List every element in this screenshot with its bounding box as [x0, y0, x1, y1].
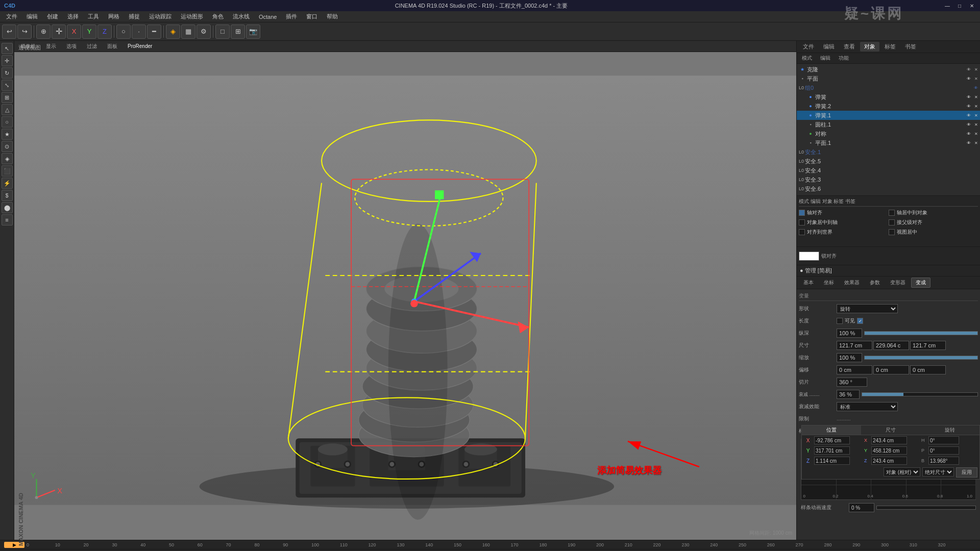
obj-tab-func[interactable]: 功能	[836, 54, 852, 62]
pos-relative-select[interactable]: 对象 (相对)	[884, 467, 920, 477]
attr-tab-effector[interactable]: 效果器	[840, 278, 864, 288]
snap-checkbox-3[interactable]	[799, 219, 805, 226]
scale-slider[interactable]	[864, 356, 978, 360]
color-swatch[interactable]	[799, 252, 819, 261]
minimize-button[interactable]: —	[943, 2, 951, 10]
rot-p-input[interactable]	[928, 446, 959, 455]
menu-item-网格[interactable]: 网格	[104, 12, 124, 21]
obj-row-spring1[interactable]: ● 弹簧 👁 ✕	[797, 92, 980, 102]
obj-row-safe1[interactable]: L0 安全.1	[797, 147, 980, 157]
depth-slider[interactable]	[864, 331, 978, 335]
pos-y-input[interactable]	[814, 446, 850, 455]
attr-tab-transform[interactable]: 变成	[911, 278, 930, 288]
depth-input[interactable]	[837, 329, 862, 338]
size-z-input[interactable]	[910, 341, 946, 350]
rotate-x-button[interactable]: X	[67, 24, 81, 39]
size-y-pos-input[interactable]	[871, 446, 907, 455]
obj-row-safe3[interactable]: L0 安全.3	[797, 175, 980, 184]
menu-item-窗口[interactable]: 窗口	[302, 12, 322, 21]
obj-tab-edit[interactable]: 编辑	[817, 54, 834, 62]
left-tool-rotate[interactable]: ↻	[2, 67, 13, 79]
left-tool-10[interactable]: ◈	[2, 153, 13, 164]
maximize-button[interactable]: □	[955, 2, 964, 10]
viewport[interactable]: 摄像机 显示 选项 过滤 面板 ProRender 透视视图	[14, 41, 796, 540]
obj-row-spring3[interactable]: ● 弹簧.1 👁 ✕	[797, 111, 980, 120]
obj-row-clone[interactable]: ★ 克隆 👁 ✕	[797, 65, 980, 74]
left-tool-9[interactable]: ⊙	[2, 141, 13, 152]
camera-button[interactable]: 📷	[246, 24, 260, 39]
close-button[interactable]: ✕	[968, 2, 976, 10]
size-x-pos-input[interactable]	[871, 436, 907, 444]
length-check-visible[interactable]: ✓	[857, 318, 863, 324]
menu-item-Octane[interactable]: Octane	[255, 13, 281, 21]
edge-mode-button[interactable]: ━	[147, 24, 161, 39]
falloff-input[interactable]	[837, 390, 860, 399]
obj-flag-x1[interactable]: ✕	[973, 66, 979, 72]
menu-item-流水线[interactable]: 流水线	[229, 12, 254, 21]
snap-checkbox-2[interactable]	[889, 210, 895, 216]
length-checkbox[interactable]	[837, 318, 843, 324]
snap-checkbox-6[interactable]	[889, 229, 895, 235]
size-y-input[interactable]	[873, 341, 909, 350]
pos-tab-position[interactable]: 位置	[802, 425, 861, 435]
obj-row-safe5[interactable]: L0 安全.5	[797, 157, 980, 166]
rot-b-input[interactable]	[928, 457, 959, 465]
obj-row-group0[interactable]: L0 组0 👁	[797, 83, 980, 92]
pos-tab-rotation[interactable]: 旋转	[920, 425, 979, 435]
obj-row-safe6[interactable]: L0 安全.6	[797, 184, 980, 193]
snap-checkbox-5[interactable]	[799, 229, 805, 235]
obj-row-plane[interactable]: ▪ 平面 👁 ✕	[797, 74, 980, 83]
rp-tab-object[interactable]: 对象	[860, 42, 879, 52]
pos-z-input[interactable]	[814, 457, 850, 465]
left-tool-scale[interactable]: ⤡	[2, 80, 13, 91]
slice-input[interactable]	[837, 378, 867, 387]
offset-y-input[interactable]	[873, 365, 909, 374]
shape-select[interactable]: 旋转	[837, 304, 898, 313]
left-tool-7[interactable]: ○	[2, 116, 13, 128]
viewport-btn-1[interactable]: □	[215, 24, 230, 39]
menu-item-插件[interactable]: 插件	[282, 12, 301, 21]
left-tool-11[interactable]: ⬛	[2, 165, 13, 177]
rp-tab-file[interactable]: 文件	[799, 42, 818, 52]
redo-button[interactable]: ↪	[17, 24, 32, 39]
left-tool-15[interactable]: ≡	[2, 214, 13, 226]
undo-button[interactable]: ↩	[2, 24, 16, 39]
rp-tab-view[interactable]: 查看	[840, 42, 859, 52]
left-tool-8[interactable]: ★	[2, 129, 13, 140]
viewport-btn-2[interactable]: ⊞	[231, 24, 245, 39]
rotate-y-button[interactable]: Y	[82, 24, 96, 39]
snap-checkbox-1[interactable]	[799, 210, 805, 216]
menu-item-文件[interactable]: 文件	[2, 12, 21, 21]
left-tool-5[interactable]: ⊞	[2, 92, 13, 103]
size-abs-select[interactable]: 绝对尺寸	[922, 467, 954, 477]
menu-item-创建[interactable]: 创建	[43, 12, 62, 21]
attr-tab-coord[interactable]: 坐标	[819, 278, 839, 288]
menu-item-运动图形[interactable]: 运动图形	[177, 12, 207, 21]
menu-item-选择[interactable]: 选择	[63, 12, 83, 21]
falloff-slider[interactable]	[862, 392, 978, 396]
rotate-z-button[interactable]: Z	[97, 24, 112, 39]
left-tool-pointer[interactable]: ↖	[2, 43, 13, 54]
falloff-mode-select[interactable]: 标准	[837, 402, 898, 411]
menu-item-帮助[interactable]: 帮助	[323, 12, 342, 21]
obj-row-safe4[interactable]: L0 安全.4	[797, 166, 980, 175]
attr-tab-basic[interactable]: 基本	[799, 278, 818, 288]
rp-tab-edit[interactable]: 编辑	[819, 42, 839, 52]
render-button[interactable]: ◈	[166, 24, 180, 39]
left-tool-move[interactable]: ✛	[2, 55, 13, 66]
obj-row-spring2[interactable]: ● 弹簧.2 👁 ✕	[797, 102, 980, 111]
point-mode-button[interactable]: ·	[132, 24, 146, 39]
pos-tab-size[interactable]: 尺寸	[861, 425, 920, 435]
scale-input[interactable]	[837, 353, 862, 362]
offset-x-input[interactable]	[837, 365, 872, 374]
object-mode-button[interactable]: ○	[116, 24, 131, 39]
live-selection-button[interactable]: ⊕	[36, 24, 51, 39]
move-button[interactable]: ✛	[52, 24, 66, 39]
rp-tab-tag[interactable]: 标签	[880, 42, 900, 52]
offset-z-input[interactable]	[910, 365, 946, 374]
menu-item-工具[interactable]: 工具	[84, 12, 103, 21]
attr-tab-deformer[interactable]: 变形器	[886, 278, 910, 288]
spline-speed-slider[interactable]	[876, 506, 976, 510]
render-view-button[interactable]: ▦	[181, 24, 195, 39]
obj-tab-mode[interactable]: 模式	[799, 54, 815, 62]
